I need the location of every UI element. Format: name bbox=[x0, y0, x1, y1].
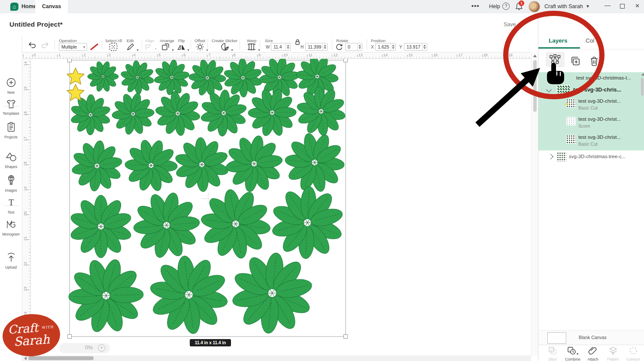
sidebar-item-upload[interactable]: Upload bbox=[0, 253, 22, 269]
action-label: Contour bbox=[623, 357, 643, 361]
x-stepper[interactable] bbox=[391, 43, 395, 50]
flower-shape[interactable] bbox=[68, 257, 143, 333]
group-thumbnail bbox=[557, 85, 570, 96]
delete-button[interactable] bbox=[589, 56, 599, 68]
tab-layers[interactable]: Layers bbox=[549, 37, 568, 44]
layer-row[interactable]: test svg-3D-christ...Basic Cut bbox=[538, 96, 644, 114]
flower-shape[interactable] bbox=[112, 92, 154, 135]
selection-handle[interactable] bbox=[344, 335, 348, 339]
save-button[interactable]: Save bbox=[504, 21, 516, 28]
selection-handle[interactable] bbox=[68, 335, 72, 339]
zoom-in-icon[interactable]: + bbox=[98, 344, 105, 352]
chevron-right-icon[interactable] bbox=[548, 154, 553, 159]
flower-shape[interactable] bbox=[200, 89, 247, 136]
layer-row[interactable]: test svg-3D-christ...Basic Cut bbox=[538, 132, 644, 150]
flower-shape[interactable] bbox=[70, 95, 111, 135]
selection-handle[interactable] bbox=[344, 59, 348, 62]
layer-row[interactable]: test svg-3D-christ...Score bbox=[538, 114, 644, 132]
sidebar-item-images[interactable]: Images bbox=[0, 175, 22, 193]
flower-shape[interactable] bbox=[71, 140, 123, 192]
edit-pencil-icon[interactable]: ▾ bbox=[126, 43, 138, 53]
scrollbar-thumb[interactable] bbox=[533, 60, 537, 112]
zoom-control[interactable]: 0% + bbox=[59, 343, 110, 353]
flower-shape[interactable] bbox=[125, 139, 178, 192]
chevron-down-icon[interactable] bbox=[546, 87, 552, 92]
canvas-tab[interactable]: Canvas bbox=[35, 0, 68, 13]
flower-shape[interactable] bbox=[133, 191, 200, 259]
warp-icon[interactable]: ▾ bbox=[247, 43, 260, 53]
panel-scroll-up-icon[interactable] bbox=[641, 73, 644, 76]
sidebar-item-templates[interactable]: Templates bbox=[0, 99, 22, 116]
rotate-stepper[interactable] bbox=[357, 43, 362, 50]
rotate-input[interactable]: 0 bbox=[345, 43, 362, 51]
redo-icon[interactable] bbox=[41, 42, 49, 50]
rotate-icon[interactable] bbox=[335, 43, 343, 52]
y-position-input[interactable]: 13.917 bbox=[404, 43, 427, 51]
flower-shape[interactable] bbox=[149, 255, 229, 334]
window-close-button[interactable]: ✕ bbox=[635, 3, 640, 9]
y-stepper[interactable] bbox=[422, 43, 427, 50]
flower-shape[interactable] bbox=[189, 59, 226, 97]
linetype-swatch-icon[interactable] bbox=[89, 43, 100, 52]
canvas-artwork[interactable] bbox=[31, 59, 531, 356]
select-all-icon[interactable] bbox=[109, 43, 118, 53]
home-tab[interactable]: Home bbox=[21, 3, 36, 9]
flower-shape[interactable] bbox=[296, 86, 346, 136]
group-row[interactable]: svg-3D-christmas-tree-c... bbox=[538, 150, 644, 163]
x-position-input[interactable]: 1.625 bbox=[375, 43, 396, 51]
attach-button[interactable]: Attach bbox=[583, 346, 603, 361]
undo-icon[interactable] bbox=[28, 42, 36, 50]
window-minimize-button[interactable]: — bbox=[605, 2, 611, 9]
flower-shape[interactable] bbox=[155, 91, 200, 136]
flower-shape[interactable] bbox=[154, 59, 190, 95]
flower-shape[interactable] bbox=[285, 132, 345, 193]
sidebar-item-new[interactable]: New bbox=[0, 77, 22, 95]
scroll-left-icon[interactable] bbox=[24, 357, 27, 360]
width-input[interactable]: 11.4 bbox=[271, 43, 291, 51]
blank-canvas-row[interactable]: Blank Canvas bbox=[538, 330, 644, 345]
overflow-menu-icon[interactable]: ••• bbox=[471, 2, 480, 9]
sidebar-item-monogram[interactable]: Monogram bbox=[0, 220, 22, 236]
flower-shape[interactable] bbox=[88, 61, 118, 92]
window-maximize-button[interactable] bbox=[620, 4, 625, 9]
sidebar-item-shapes[interactable]: Shapes bbox=[0, 152, 22, 169]
flower-shape[interactable] bbox=[174, 137, 230, 192]
group-row[interactable]: test svg-3D-chris... bbox=[538, 84, 644, 96]
offset-icon[interactable]: ▾ bbox=[196, 43, 208, 53]
duplicate-button[interactable] bbox=[570, 56, 580, 68]
flower-shape[interactable] bbox=[69, 195, 133, 258]
account-name[interactable]: Craft with Sarah bbox=[544, 3, 583, 9]
help-button[interactable]: Help bbox=[489, 3, 500, 9]
layer-row[interactable]: test svg-3D-christmas-t... bbox=[538, 72, 644, 84]
canvas-color-swatch[interactable] bbox=[547, 332, 566, 344]
width-stepper[interactable] bbox=[286, 43, 290, 50]
flower-shape[interactable] bbox=[248, 88, 296, 137]
sidebar-item-text[interactable]: TText bbox=[0, 198, 22, 214]
selection-handle[interactable] bbox=[68, 59, 72, 62]
height-stepper[interactable] bbox=[322, 43, 327, 50]
help-question-icon[interactable]: ? bbox=[502, 3, 510, 10]
combine-button[interactable]: ▾Combine bbox=[563, 346, 583, 361]
operation-dropdown[interactable]: Multiple ▾ bbox=[59, 43, 87, 51]
panel-scrollbar-thumb[interactable] bbox=[641, 78, 644, 96]
scrollbar-thumb[interactable] bbox=[28, 356, 94, 360]
flower-shape[interactable] bbox=[270, 186, 344, 259]
create-sticker-icon[interactable]: ▾ bbox=[221, 43, 233, 53]
sidebar-item-projects[interactable]: Projects bbox=[0, 122, 22, 139]
chevron-down-icon[interactable]: ▼ bbox=[586, 4, 590, 9]
flip-icon[interactable]: ▾ bbox=[177, 43, 189, 53]
arrange-icon[interactable]: ▾ bbox=[161, 43, 173, 53]
flower-shape[interactable] bbox=[223, 59, 263, 97]
flower-shape[interactable] bbox=[120, 60, 155, 94]
lock-icon[interactable] bbox=[294, 39, 301, 47]
height-input[interactable]: 11.399 bbox=[305, 43, 328, 51]
flower-shape[interactable] bbox=[231, 252, 313, 334]
avatar[interactable] bbox=[529, 1, 540, 12]
scroll-up-icon[interactable] bbox=[533, 55, 537, 57]
canvas-horizontal-scrollbar[interactable] bbox=[22, 355, 531, 361]
tab-color-sync[interactable]: Col bbox=[586, 37, 594, 44]
canvas-vertical-scrollbar[interactable] bbox=[531, 52, 538, 356]
ungroup-button[interactable] bbox=[549, 54, 561, 68]
flower-shape[interactable] bbox=[225, 135, 283, 193]
flower-shape[interactable] bbox=[200, 188, 271, 259]
